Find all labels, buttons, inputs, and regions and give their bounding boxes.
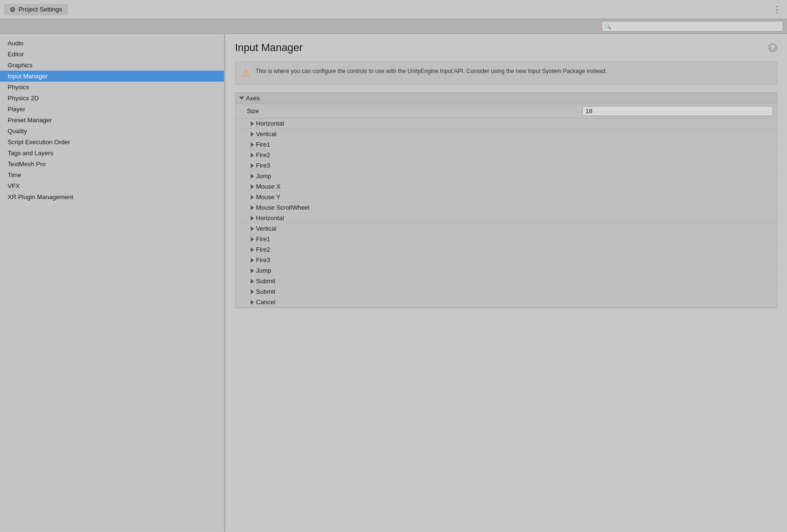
- axis-expand-icon-17: [251, 300, 254, 305]
- title-tab[interactable]: ⚙ Project Settings: [4, 4, 68, 15]
- axis-expand-icon-1: [251, 132, 254, 137]
- axis-item-4[interactable]: Fire3: [235, 160, 777, 171]
- axes-collapse-icon: [239, 96, 244, 100]
- axis-expand-icon-10: [251, 226, 254, 231]
- axis-label-3: Fire2: [256, 151, 270, 159]
- axis-item-11[interactable]: Fire1: [235, 234, 777, 245]
- sidebar-item-textmesh-pro[interactable]: TextMesh Pro: [0, 159, 224, 170]
- axis-label-13: Fire3: [256, 256, 270, 264]
- axis-expand-icon-13: [251, 258, 254, 263]
- sidebar-item-physics[interactable]: Physics: [0, 82, 224, 93]
- content-title: Input Manager: [235, 42, 303, 54]
- axis-expand-icon-6: [251, 184, 254, 189]
- axis-label-2: Fire1: [256, 141, 270, 148]
- axes-content: Size 18 HorizontalVerticalFire1Fire2Fire…: [235, 104, 777, 308]
- axis-label-4: Fire3: [256, 162, 270, 169]
- axis-item-13[interactable]: Fire3: [235, 255, 777, 266]
- axis-item-16[interactable]: Submit: [235, 287, 777, 297]
- axis-expand-icon-3: [251, 153, 254, 158]
- sidebar-item-graphics[interactable]: Graphics: [0, 60, 224, 71]
- axis-expand-icon-14: [251, 268, 254, 273]
- axis-item-10[interactable]: Vertical: [235, 223, 777, 234]
- axis-label-15: Submit: [256, 277, 275, 285]
- axis-expand-icon-2: [251, 142, 254, 147]
- axis-label-7: Mouse Y: [256, 193, 280, 201]
- axis-item-2[interactable]: Fire1: [235, 139, 777, 150]
- axis-item-14[interactable]: Jump: [235, 266, 777, 276]
- content-header: Input Manager ?: [235, 42, 777, 54]
- axes-section: Axes Size 18 HorizontalVerticalFire1Fire…: [235, 92, 777, 308]
- axis-item-5[interactable]: Jump: [235, 171, 777, 181]
- sidebar-item-tags-and-layers[interactable]: Tags and Layers: [0, 148, 224, 159]
- title-bar-left: ⚙ Project Settings: [4, 4, 68, 15]
- axis-label-9: Horizontal: [256, 214, 284, 222]
- axis-label-17: Cancel: [256, 298, 275, 306]
- size-value: 18: [582, 106, 773, 116]
- axes-label: Axes: [246, 95, 260, 102]
- title-label: Project Settings: [19, 6, 62, 13]
- warning-box: ⚠ This is where you can configure the co…: [235, 62, 777, 85]
- axis-label-10: Vertical: [256, 225, 277, 232]
- axis-item-15[interactable]: Submit: [235, 276, 777, 287]
- axis-expand-icon-16: [251, 289, 254, 294]
- sidebar-item-vfx[interactable]: VFX: [0, 181, 224, 192]
- size-label: Size: [247, 107, 582, 115]
- sidebar-item-time[interactable]: Time: [0, 170, 224, 181]
- axes-header[interactable]: Axes: [235, 93, 777, 104]
- axis-items-container: HorizontalVerticalFire1Fire2Fire3JumpMou…: [235, 118, 777, 308]
- sidebar-item-input-manager[interactable]: Input Manager: [0, 71, 224, 82]
- gear-icon: ⚙: [10, 6, 16, 13]
- sidebar-item-editor[interactable]: Editor: [0, 49, 224, 60]
- size-row: Size 18: [235, 104, 777, 118]
- axis-item-17[interactable]: Cancel: [235, 297, 777, 308]
- help-button[interactable]: ?: [768, 43, 777, 53]
- axis-label-8: Mouse ScrollWheel: [256, 204, 309, 211]
- main-layout: AudioEditorGraphicsInput ManagerPhysicsP…: [0, 34, 787, 532]
- axis-expand-icon-7: [251, 195, 254, 200]
- axis-item-8[interactable]: Mouse ScrollWheel: [235, 202, 777, 213]
- more-options-button[interactable]: ⋮: [771, 2, 783, 17]
- sidebar-item-player[interactable]: Player: [0, 104, 224, 115]
- axis-label-11: Fire1: [256, 235, 270, 243]
- axis-label-12: Fire2: [256, 246, 270, 253]
- axis-expand-icon-11: [251, 237, 254, 242]
- axis-expand-icon-5: [251, 174, 254, 179]
- search-wrapper: [602, 21, 783, 32]
- axis-label-0: Horizontal: [256, 120, 284, 127]
- axis-item-9[interactable]: Horizontal: [235, 213, 777, 223]
- title-bar: ⚙ Project Settings ⋮: [0, 0, 787, 19]
- axis-expand-icon-15: [251, 279, 254, 284]
- axis-item-12[interactable]: Fire2: [235, 245, 777, 255]
- axis-item-1[interactable]: Vertical: [235, 129, 777, 139]
- sidebar-item-xr-plugin-management[interactable]: XR Plugin Management: [0, 192, 224, 202]
- search-bar-container: [0, 19, 787, 34]
- axis-expand-icon-9: [251, 216, 254, 221]
- sidebar-item-preset-manager[interactable]: Preset Manager: [0, 115, 224, 126]
- sidebar-item-physics-2d[interactable]: Physics 2D: [0, 93, 224, 104]
- axis-label-5: Jump: [256, 172, 271, 180]
- axis-expand-icon-0: [251, 121, 254, 126]
- axis-label-6: Mouse X: [256, 183, 280, 190]
- axis-label-16: Submit: [256, 288, 275, 295]
- axis-item-6[interactable]: Mouse X: [235, 181, 777, 192]
- warning-text: This is where you can configure the cont…: [255, 67, 607, 75]
- axis-label-1: Vertical: [256, 130, 277, 138]
- sidebar-item-audio[interactable]: Audio: [0, 38, 224, 49]
- axis-item-3[interactable]: Fire2: [235, 150, 777, 160]
- sidebar: AudioEditorGraphicsInput ManagerPhysicsP…: [0, 34, 224, 532]
- axis-item-0[interactable]: Horizontal: [235, 118, 777, 129]
- search-input[interactable]: [602, 21, 783, 32]
- axis-expand-icon-8: [251, 205, 254, 210]
- axis-label-14: Jump: [256, 267, 271, 274]
- sidebar-item-script-execution-order[interactable]: Script Execution Order: [0, 137, 224, 148]
- axis-item-7[interactable]: Mouse Y: [235, 192, 777, 202]
- sidebar-item-quality[interactable]: Quality: [0, 126, 224, 137]
- warning-icon: ⚠: [241, 67, 251, 79]
- content-area: Input Manager ? ⚠ This is where you can …: [225, 34, 787, 532]
- axis-expand-icon-12: [251, 247, 254, 252]
- axis-expand-icon-4: [251, 163, 254, 168]
